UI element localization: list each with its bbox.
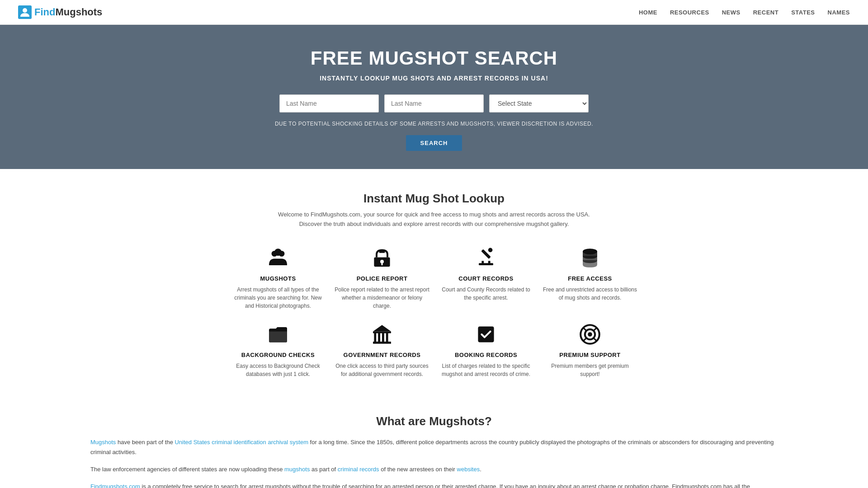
svg-marker-21 (373, 325, 391, 331)
mugshots-icon (267, 247, 289, 272)
mugshots-para-1: Mugshots have been part of the United St… (90, 437, 778, 457)
logo-icon (18, 5, 32, 19)
svg-rect-11 (479, 263, 493, 265)
feature-mugshots: MUGSHOTS Arrest mugshots of all types of… (231, 247, 326, 310)
svg-rect-8 (381, 263, 382, 265)
svg-line-28 (594, 338, 597, 341)
mugshots-para-2: The law enforcement agencies of differen… (90, 465, 778, 474)
first-name-input[interactable] (279, 94, 379, 113)
features-section: Instant Mug Shot Lookup Welcome to FindM… (0, 169, 868, 396)
court-title: COURT RECORDS (458, 275, 513, 282)
feature-booking: BOOKING RECORDS List of charges related … (439, 324, 533, 378)
free-access-title: FREE ACCESS (568, 275, 612, 282)
government-desc: One click access to third party sources … (335, 362, 429, 378)
svg-line-25 (583, 327, 586, 330)
background-title: BACKGROUND CHECKS (241, 352, 315, 358)
mugshots-section: What are Mugshots? Mugshots have been pa… (0, 396, 868, 488)
police-desc: Police report related to the arrest repo… (335, 286, 429, 310)
government-title: GOVERNMENT RECORDS (344, 352, 421, 358)
svg-rect-16 (374, 333, 376, 341)
government-icon (371, 324, 393, 348)
navbar: FindMugshots HOME RESOURCES NEWS RECENT … (0, 0, 868, 25)
last-name-input[interactable] (384, 94, 484, 113)
svg-rect-12 (481, 261, 484, 264)
booking-icon (475, 324, 497, 348)
court-desc: Court and County Records related to the … (439, 286, 533, 302)
features-intro: Welcome to FindMugshots.com, your source… (271, 210, 597, 229)
svg-rect-13 (488, 261, 491, 264)
police-title: POLICE REPORT (357, 275, 408, 282)
svg-rect-6 (379, 251, 385, 253)
feature-free-access: FREE ACCESS Free and unrestricted access… (542, 247, 637, 310)
svg-point-1 (23, 8, 27, 13)
support-icon (579, 324, 601, 348)
svg-line-26 (594, 327, 597, 330)
svg-point-4 (274, 249, 282, 256)
state-select[interactable]: Select StateAlabamaAlaskaArizonaArkansas… (489, 94, 589, 113)
search-row: Select StateAlabamaAlaskaArizonaArkansas… (18, 94, 850, 113)
logo: FindMugshots (18, 5, 102, 19)
police-icon (371, 247, 393, 272)
svg-point-7 (380, 260, 384, 263)
nav-states[interactable]: STATES (791, 8, 815, 16)
support-desc: Premium members get premium support! (542, 362, 637, 378)
disclaimer-text: DUE TO POTENTIAL SHOCKING DETAILS OF SOM… (18, 121, 850, 127)
database-icon (579, 247, 601, 272)
feature-court: COURT RECORDS Court and County Records r… (439, 247, 533, 310)
feature-government: GOVERNMENT RECORDS One click access to t… (335, 324, 429, 378)
svg-line-27 (583, 338, 586, 341)
svg-point-10 (488, 248, 493, 252)
features-grid: MUGSHOTS Arrest mugshots of all types of… (231, 247, 637, 378)
mugshots-para-3: Findmugshots.com is a completely free se… (90, 482, 778, 488)
hero-section: FREE MUGSHOT SEARCH INSTANTLY LOOKUP MUG… (0, 25, 868, 169)
background-desc: Easy access to Background Check database… (231, 362, 326, 378)
booking-title: BOOKING RECORDS (455, 352, 517, 358)
svg-rect-19 (386, 333, 388, 341)
mugshots-title: MUGSHOTS (260, 275, 296, 282)
logo-text: FindMugshots (34, 6, 102, 18)
nav-names[interactable]: NAMES (828, 8, 850, 16)
feature-police: POLICE REPORT Police report related to t… (335, 247, 429, 310)
folder-icon (267, 324, 289, 348)
feature-support: PREMIUM SUPPORT Premium members get prem… (542, 324, 637, 378)
search-button[interactable]: SEARCH (406, 135, 462, 151)
svg-rect-18 (382, 333, 384, 341)
nav-news[interactable]: NEWS (722, 8, 741, 16)
free-access-desc: Free and unrestricted access to billions… (542, 286, 637, 302)
nav-home[interactable]: HOME (639, 8, 657, 16)
svg-rect-22 (478, 326, 494, 342)
mugshots-title: What are Mugshots? (90, 414, 778, 428)
feature-background: BACKGROUND CHECKS Easy access to Backgro… (231, 324, 326, 378)
svg-rect-20 (373, 331, 391, 333)
nav-recent[interactable]: RECENT (753, 8, 778, 16)
nav-links: HOME RESOURCES NEWS RECENT STATES NAMES (639, 8, 850, 16)
mugshots-desc: Arrest mugshots of all types of the crim… (231, 286, 326, 310)
hero-title: FREE MUGSHOT SEARCH (18, 47, 850, 69)
svg-rect-17 (378, 333, 380, 341)
nav-resources[interactable]: RESOURCES (670, 8, 709, 16)
svg-rect-15 (373, 342, 391, 344)
svg-point-29 (588, 332, 592, 337)
support-title: PREMIUM SUPPORT (559, 352, 620, 358)
hero-subtitle: INSTANTLY LOOKUP MUG SHOTS AND ARREST RE… (18, 75, 850, 82)
court-icon (475, 247, 497, 272)
booking-desc: List of charges related to the specific … (439, 362, 533, 378)
features-title: Instant Mug Shot Lookup (36, 192, 832, 206)
